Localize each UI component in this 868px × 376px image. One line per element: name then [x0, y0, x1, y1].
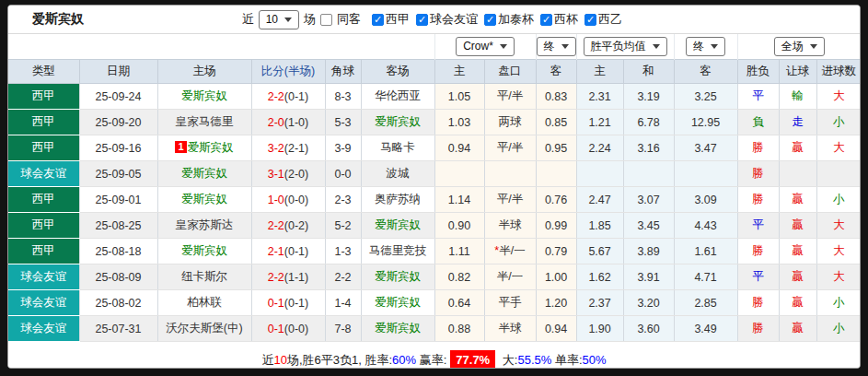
league-filter-0[interactable]: 西甲	[372, 11, 410, 28]
handicap-value: 两球	[499, 115, 522, 128]
avg-away-odds: 2.85	[674, 290, 737, 316]
crow-away-odds: 0.76	[536, 187, 576, 213]
recent-count-select[interactable]: 10	[259, 10, 299, 29]
away-team[interactable]: 马德里竞技	[369, 244, 427, 257]
home-team[interactable]: 沃尔夫斯堡(中)	[166, 322, 242, 335]
checked-checkbox-icon[interactable]	[540, 14, 552, 26]
match-row: 球会友谊25-08-09纽卡斯尔2-2(1-1)2-2爱斯宾奴0.82半/一1.…	[8, 264, 861, 290]
home-team-cell: 爱斯宾奴	[157, 239, 251, 264]
league-filter-label: 球会友谊	[430, 11, 478, 28]
crow-home-odds: 0.88	[434, 316, 484, 342]
summary-winrate-value: 60%	[392, 353, 416, 367]
home-team[interactable]: 纽卡斯尔	[181, 270, 227, 283]
avg-home-odds: 2.24	[576, 135, 623, 161]
home-team[interactable]: 爱斯宾奴	[181, 193, 227, 206]
away-team[interactable]: 华伦西亚	[375, 89, 421, 102]
league-filter-2[interactable]: 加泰杯	[484, 11, 534, 28]
away-team[interactable]: 奥萨苏纳	[375, 193, 421, 206]
checked-checkbox-icon[interactable]	[416, 14, 428, 26]
handicap-result-cell: 贏	[779, 187, 816, 213]
home-team[interactable]: 爱斯宾奴	[181, 244, 227, 257]
away-team[interactable]: 爱斯宾奴	[375, 322, 421, 335]
avg-away-odds	[674, 161, 737, 187]
table-body: 西甲25-09-24爱斯宾奴2-2(0-1)8-3华伦西亚1.05平/半0.83…	[8, 84, 861, 342]
avg-home-odds: 1.85	[576, 213, 623, 239]
home-team[interactable]: 爱斯宾奴	[181, 167, 227, 180]
home-team-cell: 沃尔夫斯堡(中)	[157, 316, 251, 342]
red-card-badge: 1	[175, 141, 186, 153]
avg-draw-odds: 3.60	[623, 316, 674, 342]
home-team[interactable]: 爱斯宾奴	[181, 89, 227, 102]
avg-draw-odds: 3.20	[623, 290, 674, 316]
corner-score: 1-3	[325, 239, 361, 264]
away-team[interactable]: 爱斯宾奴	[375, 270, 421, 283]
crow-home-odds: 0.94	[434, 135, 484, 161]
checked-checkbox-icon[interactable]	[484, 14, 496, 26]
bookmaker-time-select[interactable]: 终	[537, 37, 576, 56]
corner-score: 2-3	[325, 187, 361, 213]
result-cell: 勝	[737, 187, 779, 213]
avg-away-odds: 12.95	[674, 110, 737, 135]
halftime-score: (2-0)	[284, 168, 308, 181]
score-cell: 2-2(1-1)	[251, 264, 325, 290]
home-team-cell: 爱斯宾奴	[157, 84, 251, 110]
col-type: 类型	[8, 60, 79, 84]
avg-draw-odds: 3.45	[623, 213, 674, 239]
corner-score: 3-9	[325, 135, 361, 161]
home-team[interactable]: 柏林联	[187, 296, 222, 309]
average-time-select[interactable]: 终	[686, 37, 725, 56]
crow-away-odds: 1.20	[536, 290, 576, 316]
league-filter-1[interactable]: 球会友谊	[416, 11, 478, 28]
average-time-value: 终	[693, 40, 704, 53]
checked-checkbox-icon[interactable]	[584, 14, 596, 26]
away-team[interactable]: 爱斯宾奴	[375, 296, 421, 309]
summary-winrate-label: 胜率:	[365, 352, 392, 369]
match-date: 25-09-20	[79, 110, 157, 135]
col-avg-draw: 和	[623, 60, 674, 84]
fulltime-score: 2-0	[268, 116, 284, 129]
bookmaker-time-value: 终	[544, 40, 555, 53]
away-team[interactable]: 爱斯宾奴	[375, 218, 421, 231]
away-team[interactable]: 波城	[387, 167, 410, 180]
match-row: 球会友谊25-08-02柏林联0-1(0-1)1-4爱斯宾奴0.64平手1.20…	[8, 290, 861, 316]
crow-home-odds	[434, 161, 484, 187]
average-odds-select[interactable]: 胜平负均值	[584, 37, 667, 56]
match-type-badge: 西甲	[8, 110, 79, 135]
goals-result-cell: 大	[816, 239, 861, 264]
scope-select[interactable]: 全场	[774, 37, 825, 56]
summary-single-value: 50%	[583, 353, 607, 367]
checked-checkbox-icon[interactable]	[372, 14, 384, 26]
handicap-cell: *半/一	[484, 239, 536, 264]
match-type-badge: 西甲	[8, 187, 79, 213]
league-filter-label: 加泰杯	[498, 11, 534, 28]
match-row: 西甲25-08-18爱斯宾奴2-1(0-1)1-3马德里竞技1.11*半/一0.…	[8, 239, 861, 264]
column-header-row: 类型 日期 主场 比分(半场) 角球 客场 主 盘口 客 主 和 客 胜负 让球…	[8, 60, 861, 84]
matches-table: Crow* 终 胜平负均值	[8, 34, 861, 342]
away-team[interactable]: 马略卡	[380, 141, 415, 154]
page-title: 爱斯宾奴	[32, 11, 84, 28]
bookmaker-select[interactable]: Crow*	[456, 37, 515, 56]
corner-score: 1-4	[325, 290, 361, 316]
league-filter-4[interactable]: 西乙	[584, 11, 622, 28]
summary-big-value: 55.5%	[517, 353, 551, 367]
col-date: 日期	[79, 60, 157, 84]
handicap-cell: 半/一	[484, 264, 536, 290]
away-team[interactable]: 爱斯宾奴	[375, 115, 421, 128]
home-team[interactable]: 皇家苏斯达	[176, 218, 234, 231]
match-row: 西甲25-09-20皇家马德里2-0(1-0)5-3爱斯宾奴1.03两球0.85…	[8, 110, 861, 135]
same-away-checkbox[interactable]	[320, 14, 332, 26]
summary-profit-label: 赢率:	[416, 352, 446, 369]
score-cell: 2-0(1-0)	[251, 110, 325, 135]
crow-home-odds: 1.11	[434, 239, 484, 264]
chevron-down-icon	[711, 44, 718, 49]
odds-select-row: Crow* 终 胜平负均值	[8, 34, 861, 60]
col-home: 主场	[157, 60, 251, 84]
handicap-value: 半球	[499, 322, 522, 335]
league-filter-label: 西杯	[554, 11, 578, 28]
summary-big-label: 大:	[499, 352, 517, 369]
home-team[interactable]: 爱斯宾奴	[188, 141, 234, 154]
league-filter-3[interactable]: 西杯	[540, 11, 578, 28]
home-team[interactable]: 皇家马德里	[176, 115, 234, 128]
filter-controls: 近 10 场 同客 西甲球会友谊加泰杯西杯西乙	[242, 10, 622, 29]
avg-draw-odds: 6.78	[623, 110, 674, 135]
